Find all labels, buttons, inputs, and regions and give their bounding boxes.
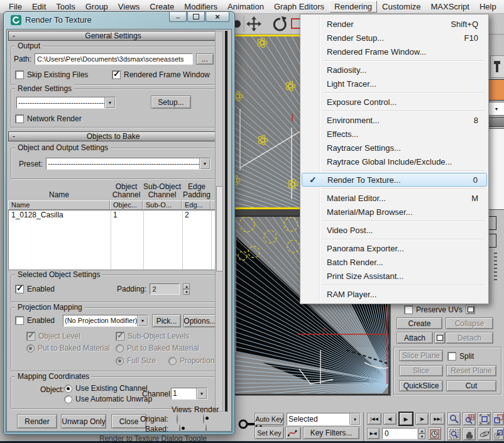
- maximize-viewport-toggle-button[interactable]: [493, 427, 504, 440]
- put-to-baked-material-radio-2[interactable]: [116, 344, 124, 353]
- sub-object-levels-checkbox[interactable]: [116, 332, 124, 341]
- menu-graph-editors[interactable]: Graph Editors: [269, 1, 329, 13]
- object-color-swatch[interactable]: [488, 79, 504, 101]
- render-to-texture-dialog[interactable]: Render To Texture – × - General Settings…: [3, 11, 235, 435]
- dialog-scrollbar[interactable]: [215, 31, 223, 412]
- preserve-uvs-settings-button[interactable]: [466, 305, 475, 314]
- auto-key-button[interactable]: Auto Key: [255, 413, 284, 425]
- current-frame-field[interactable]: 0: [382, 428, 417, 439]
- create-button[interactable]: Create: [397, 317, 442, 329]
- dropdown-arrow-icon[interactable]: ▼: [137, 315, 148, 326]
- modify-tab-icon[interactable]: [490, 55, 504, 78]
- dropdown-arrow-icon[interactable]: ▼: [196, 388, 207, 399]
- menu-item-light-tracer[interactable]: Light Tracer...: [300, 77, 488, 90]
- menu-item-video-post[interactable]: Video Post...: [300, 223, 488, 237]
- menu-item-batch-render[interactable]: Batch Render...: [300, 255, 488, 269]
- table-row[interactable]: 1_0128_Casilla 1 2: [9, 211, 220, 221]
- previous-frame-button[interactable]: ◀|: [383, 413, 397, 425]
- menu-help[interactable]: Help: [474, 1, 501, 13]
- zoom-region-button[interactable]: [447, 427, 461, 440]
- bake-preset-dropdown[interactable]: ----------------------------------------…: [46, 158, 211, 170]
- menu-item-material-map-browser[interactable]: Material/Map Browser...: [300, 205, 488, 219]
- browse-path-button[interactable]: ...: [196, 53, 214, 65]
- original-views-radio[interactable]: [177, 414, 178, 424]
- menu-item-panorama-exporter[interactable]: Panorama Exporter...: [300, 241, 488, 255]
- general-settings-rollout-header[interactable]: - General Settings: [8, 31, 218, 41]
- baked-views-radio[interactable]: [179, 424, 180, 434]
- attach-button[interactable]: Attach: [397, 332, 433, 344]
- set-key-button[interactable]: Set Key: [255, 427, 284, 439]
- menu-item-ram-player[interactable]: RAM Player...: [300, 287, 488, 301]
- put-to-baked-material-radio-1[interactable]: [26, 344, 35, 353]
- menu-item-raytracer-settings[interactable]: Raytracer Settings...: [300, 141, 488, 155]
- objects-to-bake-rollout-header[interactable]: - Objects to Bake: [8, 131, 218, 141]
- quickslice-button[interactable]: QuickSlice: [399, 380, 443, 391]
- close-button[interactable]: ×: [205, 12, 229, 22]
- object-level-checkbox[interactable]: [26, 332, 35, 341]
- rendered-frame-window-checkbox[interactable]: [112, 70, 121, 79]
- detach-button[interactable]: Detach: [446, 332, 493, 344]
- network-render-checkbox[interactable]: [15, 114, 24, 123]
- go-to-end-button[interactable]: ▶▶|: [430, 413, 445, 425]
- pick-button[interactable]: Pick...: [152, 314, 181, 327]
- setup-button[interactable]: Setup...: [151, 96, 191, 109]
- render-button[interactable]: Render: [17, 414, 57, 429]
- projection-enabled-checkbox[interactable]: [15, 316, 24, 325]
- menu-item-raytrace-global-include-exclude[interactable]: Raytrace Global Include/Exclude...: [300, 155, 488, 168]
- dropdown-arrow-icon[interactable]: ▼: [199, 158, 210, 169]
- split-checkbox[interactable]: [447, 352, 456, 361]
- padding-field[interactable]: 2: [150, 283, 180, 295]
- menu-item-material-editor[interactable]: Material Editor...M: [300, 191, 488, 205]
- full-size-radio[interactable]: [116, 357, 124, 365]
- channel-dropdown[interactable]: 1 ▼: [171, 388, 207, 400]
- options-button[interactable]: Options...: [184, 314, 216, 327]
- unwrap-only-button[interactable]: Unwrap Only: [61, 414, 106, 429]
- dropdown-arrow-icon[interactable]: ▼: [104, 97, 115, 108]
- orbit-button[interactable]: [478, 427, 491, 440]
- use-existing-channel-radio[interactable]: [64, 385, 72, 393]
- bake-table-body[interactable]: 1_0128_Casilla 1 2: [8, 210, 219, 270]
- selection-set-dropdown[interactable]: Selected ▼: [287, 413, 361, 425]
- menu-item-render-to-texture[interactable]: ✓ Render To Texture...0: [302, 173, 487, 187]
- next-frame-button[interactable]: |▶: [415, 413, 429, 425]
- padding-spinner[interactable]: ▲▼: [183, 283, 190, 295]
- maximize-button[interactable]: [187, 12, 205, 22]
- menu-item-exposure-control[interactable]: Exposure Control...: [300, 95, 488, 109]
- zoom-all-button[interactable]: [463, 412, 476, 425]
- menu-item-environment[interactable]: Environment...8: [300, 113, 488, 127]
- key-filters-button[interactable]: Key Filters...: [303, 427, 359, 439]
- slice-button[interactable]: Slice: [399, 365, 443, 376]
- menu-item-render-setup[interactable]: Render Setup...F10: [300, 31, 488, 45]
- time-configuration-button[interactable]: [428, 427, 441, 440]
- zoom-extents-all-button[interactable]: [493, 412, 504, 425]
- play-button[interactable]: ▶: [398, 412, 414, 426]
- go-to-start-button[interactable]: |◀◀: [367, 413, 381, 425]
- enabled-checkbox[interactable]: [15, 285, 24, 293]
- collapse-button[interactable]: Collapse: [446, 317, 493, 329]
- key-mode-toggle-button[interactable]: ▶◀: [367, 428, 380, 439]
- proportional-radio[interactable]: [168, 357, 177, 365]
- bake-table-header[interactable]: Name Objec... Sub-O... Edg...: [8, 200, 219, 210]
- menu-rendering[interactable]: Rendering: [329, 1, 377, 13]
- render-preset-dropdown[interactable]: ----------------------------------------…: [16, 97, 116, 109]
- cut-button[interactable]: Cut: [446, 380, 496, 391]
- zoom-button[interactable]: [447, 412, 461, 425]
- projection-modifier-dropdown[interactable]: (No Projection Modifier) ▼: [63, 315, 148, 327]
- frame-spinner[interactable]: ▲▼: [419, 428, 425, 439]
- slice-plane-button[interactable]: Slice Plane: [399, 350, 443, 361]
- menu-item-effects[interactable]: Effects...: [300, 127, 488, 141]
- preserve-uvs-checkbox[interactable]: [404, 305, 413, 314]
- skip-existing-checkbox[interactable]: [15, 70, 24, 79]
- output-path-field[interactable]: C:\Users\Pere\Documents\3dsmax\sceneasse…: [35, 53, 193, 65]
- original-render-radio[interactable]: [203, 414, 204, 424]
- rollout-scroll-slot[interactable]: [225, 31, 227, 412]
- menu-item-radiosity[interactable]: Radiosity...: [300, 63, 488, 77]
- zoom-extents-button[interactable]: [478, 412, 491, 425]
- dropdown-arrow-icon[interactable]: ▼: [349, 413, 360, 425]
- menu-customize[interactable]: Customize: [377, 1, 425, 13]
- menu-maxscript[interactable]: MAXScript: [426, 1, 474, 13]
- menu-item-rendered-frame-window[interactable]: Rendered Frame Window...: [300, 45, 488, 58]
- minimize-button[interactable]: –: [169, 12, 187, 22]
- attach-options-button[interactable]: [434, 332, 445, 344]
- reset-plane-button[interactable]: Reset Plane: [446, 365, 496, 376]
